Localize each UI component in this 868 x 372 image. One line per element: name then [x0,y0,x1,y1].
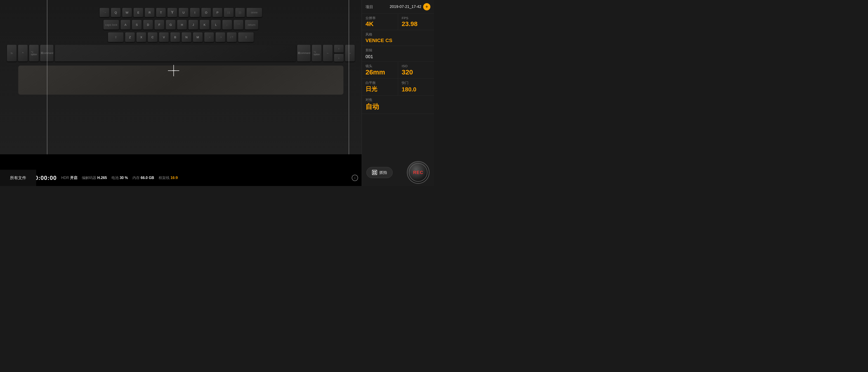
bottom-controls: 抓拍 REC [362,159,434,186]
lens-cell[interactable]: 镜头 26mm [362,62,398,78]
keyboard-row-modifiers: fn ^ ⌥option ⌘command ⌘command ⌥option ←… [2,45,360,62]
shutter-label: 快门 [402,81,430,85]
storage-status: 内存 66.0 GB [132,176,154,180]
clip-row: 剪辑 001 [362,46,434,62]
wb-value: 日光 [366,85,394,93]
all-files-button[interactable]: 所有文件 [0,170,36,186]
resolution-cell[interactable]: 分辨率 4K [362,14,398,30]
info-icon[interactable]: i [352,175,358,181]
style-cell[interactable]: 风格 VENICE CS [362,30,434,46]
clip-value: 001 [366,54,430,59]
iso-label: ISO [402,64,430,68]
style-row: 风格 VENICE CS [362,30,434,46]
lens-iso-row: 镜头 26mm ISO 320 [362,62,434,79]
fps-value: 23.98 [402,20,430,28]
keyboard-row-1: ` ~ Q W E R T Y U I O P [ { ] } delete [2,8,360,17]
focus-label: 对焦 [366,98,430,102]
project-label: 项目 [366,4,373,9]
crosshair [168,65,179,76]
guide-line-right [349,0,349,154]
codec-status: 编解码器 H.265 [82,176,107,180]
resolution-label: 分辨率 [366,16,394,20]
hdr-status: HDR 开启 [61,176,77,180]
frame-line-status: 框架线 16:9 [159,176,178,180]
wb-cell[interactable]: 白平衡 日光 [362,79,398,95]
keyboard-row-2: caps lock A S D F G H J K L ; : ' " retu… [2,20,360,30]
keyboard-background: ` ~ Q W E R T Y U I O P [ { ] } delete [0,0,362,154]
capture-label: 抓拍 [379,170,387,175]
rec-button[interactable]: REC [407,161,430,184]
project-name[interactable]: 2019-07-21_17-42 [375,4,421,9]
focus-row[interactable]: 对焦 自动 [362,95,434,114]
style-label: 风格 [366,32,430,37]
keyboard-row-3: ⇧ Z X C V B N M , < . > / ? ⇧ [2,32,360,42]
rec-label: REC [413,170,423,175]
battery-status: 电池 30 % [112,176,128,180]
lens-label: 镜头 [366,64,394,68]
add-project-button[interactable]: + [423,3,430,10]
clip-cell[interactable]: 剪辑 001 [362,46,434,61]
camera-view: ` ~ Q W E R T Y U I O P [ { ] } delete [0,0,362,186]
clip-label: 剪辑 [366,48,430,53]
project-row: 项目 2019-07-21_17-42 + [362,0,434,14]
wb-label: 白平衡 [366,81,394,85]
fps-cell[interactable]: FPS 23.98 [398,14,434,30]
status-bar: 00:00:00:00 HDR 开启 编解码器 H.265 电池 30 % 内存… [0,170,362,186]
shutter-value: 180.0 [402,86,430,93]
shutter-cell[interactable]: 快门 180.0 [398,79,434,95]
capture-button[interactable]: 抓拍 [366,167,393,178]
style-value: VENICE CS [366,37,430,44]
resolution-fps-row: 分辨率 4K FPS 23.98 [362,14,434,30]
fps-label: FPS [402,16,430,20]
resolution-value: 4K [366,20,394,28]
right-panel: 项目 2019-07-21_17-42 + 分辨率 4K FPS 23.98 风… [362,0,434,186]
iso-value: 320 [402,68,430,76]
lens-value: 26mm [366,68,394,76]
iso-cell[interactable]: ISO 320 [398,62,434,78]
focus-value: 自动 [366,102,430,111]
wb-shutter-row: 白平衡 日光 快门 180.0 [362,79,434,95]
capture-icon [372,170,377,175]
